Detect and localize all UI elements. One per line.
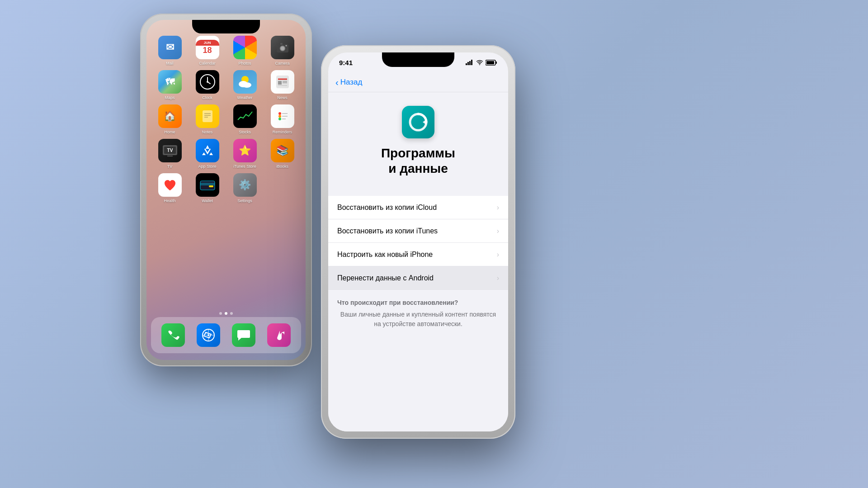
- health-app-label: Health: [164, 199, 175, 203]
- notes-app-icon: [196, 104, 219, 128]
- svg-rect-29: [167, 156, 173, 156]
- tv-app-icon: TV: [158, 139, 182, 162]
- svg-marker-48: [423, 119, 426, 125]
- camera-app-label: Camera: [275, 61, 289, 66]
- appstore-app-label: App Store: [198, 164, 216, 169]
- svg-rect-33: [209, 185, 213, 187]
- svg-point-2: [281, 47, 284, 50]
- app-row-3: 🏠 Home Notes: [151, 104, 301, 134]
- svg-point-43: [479, 64, 480, 65]
- clock-app-label: Clock: [202, 95, 212, 100]
- app-row-2: 🗺 Maps Clock: [151, 70, 301, 100]
- calendar-app-label: Calendar: [199, 61, 216, 66]
- battery-icon: [486, 60, 497, 66]
- svg-point-22: [278, 115, 281, 118]
- svg-rect-3: [280, 43, 283, 45]
- list-item[interactable]: App Store: [191, 139, 224, 169]
- svg-rect-17: [203, 110, 212, 122]
- health-app-icon: [158, 173, 182, 197]
- menu-item-android-label: Перенести данные с Android: [337, 274, 434, 282]
- list-item[interactable]: ✉ Mail: [154, 36, 186, 66]
- wifi-icon: [476, 60, 483, 65]
- list-item[interactable]: Clock: [191, 70, 224, 100]
- svg-rect-46: [486, 61, 494, 64]
- wallet-app-label: Wallet: [202, 199, 213, 203]
- svg-text:TV: TV: [167, 148, 173, 153]
- notes-app-label: Notes: [202, 130, 213, 134]
- settings-app-label: Settings: [237, 199, 252, 203]
- menu-item-android[interactable]: Перенести данные с Android ›: [328, 266, 508, 290]
- list-item[interactable]: 🏠 Home: [154, 104, 186, 134]
- menu-item-new-iphone[interactable]: Настроить как новый iPhone ›: [328, 243, 508, 266]
- dock: [151, 317, 301, 353]
- list-item[interactable]: Reminders: [266, 104, 299, 134]
- photos-app-label: Photos: [238, 61, 251, 66]
- menu-item-icloud[interactable]: Восстановить из копии iCloud ›: [328, 196, 508, 219]
- list-item[interactable]: Stocks: [229, 104, 261, 134]
- list-item[interactable]: Wallet: [191, 173, 224, 203]
- list-item[interactable]: Weather: [229, 70, 261, 100]
- svg-rect-45: [496, 62, 497, 64]
- list-item[interactable]: ⭐ iTunes Store: [229, 139, 261, 169]
- list-item[interactable]: News: [266, 70, 299, 100]
- svg-rect-13: [278, 81, 282, 85]
- svg-rect-32: [200, 183, 215, 185]
- dock-phone-icon[interactable]: [161, 323, 185, 347]
- list-item[interactable]: TV TV: [154, 139, 186, 169]
- settings-app-icon: ⚙️: [233, 173, 257, 197]
- empty-slot-icon: [271, 173, 294, 197]
- dock-messages-icon[interactable]: [232, 323, 255, 347]
- itunes-app-label: iTunes Store: [233, 164, 256, 169]
- iphone-left: ✉ Mail JUN 18 Calendar Photos: [140, 14, 312, 366]
- content-area: Программыи данные Восстановить из копии …: [328, 92, 508, 431]
- phone-body-right: 9:41: [321, 45, 515, 439]
- svg-rect-39: [466, 63, 467, 65]
- list-item[interactable]: JUN 18 Calendar: [191, 36, 224, 66]
- mail-app-label: Mail: [166, 61, 174, 66]
- reminders-app-label: Reminders: [273, 130, 292, 134]
- maps-app-icon: 🗺: [158, 70, 182, 94]
- itunes-app-icon: ⭐: [233, 139, 257, 162]
- svg-rect-40: [467, 62, 469, 65]
- svg-point-23: [278, 118, 281, 120]
- svg-point-8: [207, 81, 208, 83]
- menu-item-icloud-label: Восстановить из копии iCloud: [337, 204, 437, 212]
- page-title: Программыи данные: [381, 146, 455, 176]
- svg-rect-41: [469, 61, 471, 65]
- menu-item-itunes[interactable]: Восстановить из копии iTunes ›: [328, 219, 508, 243]
- menu-chevron-new-icon: ›: [497, 251, 499, 259]
- notch-right: [382, 52, 454, 67]
- nav-bar: ‹ Назад: [328, 72, 508, 92]
- dock-safari-icon[interactable]: [197, 323, 220, 347]
- home-app-icon: 🏠: [158, 104, 182, 128]
- reminders-app-icon: [271, 104, 294, 128]
- list-item[interactable]: ⚙️ Settings: [229, 173, 261, 203]
- phone-screen-right: 9:41: [328, 52, 508, 431]
- app-row-4: TV TV: [151, 139, 301, 169]
- phone-body-left: ✉ Mail JUN 18 Calendar Photos: [140, 14, 312, 366]
- svg-point-21: [278, 112, 281, 115]
- news-app-label: News: [277, 95, 288, 100]
- info-text: Ваши личные данные и купленный контент п…: [337, 310, 499, 329]
- menu-chevron-icloud-icon: ›: [497, 204, 499, 212]
- dock-music-icon[interactable]: [267, 323, 291, 347]
- stocks-app-icon: [233, 104, 257, 128]
- list-item[interactable]: Photos: [229, 36, 261, 66]
- maps-app-label: Maps: [165, 95, 175, 100]
- list-item[interactable]: 📚 iBooks: [266, 139, 299, 169]
- mail-app-icon: ✉: [158, 36, 182, 59]
- list-item[interactable]: Health: [154, 173, 186, 203]
- menu-chevron-itunes-icon: ›: [497, 227, 499, 235]
- list-item[interactable]: Notes: [191, 104, 224, 134]
- list-item: [266, 173, 299, 203]
- back-button[interactable]: ‹ Назад: [335, 78, 362, 87]
- page-dot-3: [230, 312, 233, 315]
- page-dot-2: [225, 312, 227, 315]
- wallet-app-icon: [196, 173, 219, 197]
- list-item[interactable]: 🗺 Maps: [154, 70, 186, 100]
- svg-point-4: [285, 45, 287, 47]
- svg-point-11: [242, 82, 251, 88]
- list-item[interactable]: Camera: [266, 36, 299, 66]
- stocks-app-label: Stocks: [239, 130, 251, 134]
- back-label: Назад: [340, 78, 363, 87]
